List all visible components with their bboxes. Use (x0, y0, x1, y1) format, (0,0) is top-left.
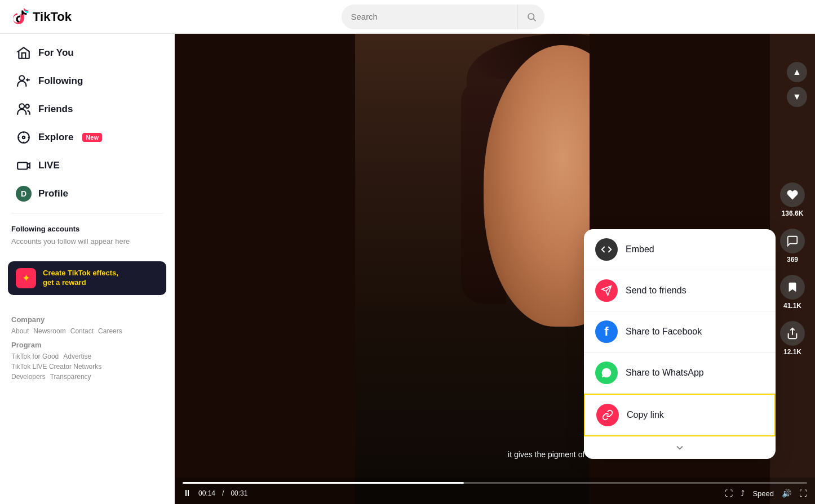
friends-label: Friends (38, 104, 73, 115)
sidebar-divider (11, 213, 163, 213)
share-more-button[interactable] (584, 436, 776, 459)
search-icon (526, 12, 537, 22)
comment-count: 369 (787, 256, 798, 264)
copy-link-label: Copy link (627, 410, 664, 420)
progress-bar-bg[interactable] (183, 482, 807, 484)
video-left-dark (175, 34, 355, 504)
main-content: it gives the pigment of a lipstick ⏸ 00:… (175, 34, 815, 504)
like-count: 136.6K (782, 209, 804, 217)
bookmark-button[interactable]: 41.1K (780, 275, 805, 310)
controls-row: ⏸ 00:14 / 00:31 ⛶ ⤴ Speed 🔊 ⛶ (183, 488, 807, 498)
bookmark-icon (780, 275, 805, 300)
careers-link[interactable]: Careers (98, 327, 122, 335)
share-whatsapp-item[interactable]: Share to WhatsApp (584, 353, 776, 394)
send-friends-icon (595, 279, 618, 302)
svg-point-1 (528, 14, 534, 20)
profile-label: Profile (38, 188, 68, 199)
share-facebook-item[interactable]: f Share to Facebook (584, 311, 776, 353)
svg-point-5 (25, 104, 29, 108)
play-pause-button[interactable]: ⏸ (183, 488, 192, 498)
svg-point-7 (23, 136, 25, 139)
whatsapp-icon (595, 362, 618, 384)
newsroom-link[interactable]: Newsroom (33, 327, 65, 335)
explore-label: Explore (38, 132, 73, 143)
whatsapp-label: Share to WhatsApp (626, 368, 704, 378)
share-control-button[interactable]: ⤴ (741, 489, 745, 498)
following-accounts-section: Following accounts Accounts you follow w… (0, 219, 174, 252)
expand-button[interactable]: ⛶ (725, 489, 733, 498)
time-current: 00:14 (198, 489, 215, 497)
like-button[interactable]: 136.6K (780, 182, 805, 217)
program-links-3: Developers Transparency (11, 373, 163, 381)
tiktok-logo-icon (11, 8, 29, 26)
sidebar-item-profile[interactable]: D Profile (5, 180, 170, 207)
for-you-label: For You (38, 47, 74, 59)
live-label: LIVE (38, 160, 60, 171)
heart-icon (780, 182, 805, 207)
search-input[interactable] (342, 5, 544, 29)
program-links-2: TikTok LIVE Creator Networks (11, 363, 163, 371)
advertise-link[interactable]: Advertise (63, 353, 91, 360)
facebook-label: Share to Facebook (626, 327, 702, 337)
video-controls: ⏸ 00:14 / 00:31 ⛶ ⤴ Speed 🔊 ⛶ (175, 478, 815, 504)
about-link[interactable]: About (11, 327, 29, 335)
progress-bar-fill (183, 482, 464, 484)
tiktok-for-good-link[interactable]: TikTok for Good (11, 353, 59, 360)
copy-link-item[interactable]: Copy link (584, 394, 776, 436)
program-links: TikTok for Good Advertise (11, 353, 163, 360)
following-accounts-desc: Accounts you follow will appear here (11, 237, 163, 247)
video-frame[interactable]: it gives the pigment of a lipstick ⏸ 00:… (175, 34, 815, 504)
sidebar-item-friends[interactable]: Friends (5, 96, 170, 123)
create-effects-banner[interactable]: ✦ Create TikTok effects, get a reward (8, 261, 166, 295)
friends-icon (16, 101, 32, 117)
svg-rect-12 (17, 163, 27, 170)
avatar: D (16, 186, 32, 202)
svg-point-4 (19, 104, 24, 109)
transparency-link[interactable]: Transparency (50, 373, 91, 381)
live-creator-link[interactable]: TikTok LIVE Creator Networks (11, 363, 101, 371)
program-title: Program (11, 341, 163, 349)
sidebar-item-explore[interactable]: Explore New (5, 124, 170, 151)
facebook-icon: f (595, 320, 618, 343)
layout: For You Following (0, 34, 815, 504)
developers-link[interactable]: Developers (11, 373, 46, 381)
right-action-bar: 136.6K 369 41.1K (770, 34, 815, 504)
bookmark-count: 41.1K (783, 302, 801, 310)
following-icon (16, 73, 32, 89)
share-embed-item[interactable]: Embed (584, 229, 776, 270)
embed-icon (595, 238, 618, 261)
time-separator: / (222, 489, 224, 497)
share-friends-item[interactable]: Send to friends (584, 270, 776, 311)
new-badge: New (82, 133, 102, 142)
time-total: 00:31 (231, 489, 247, 497)
share-count: 12.1K (783, 348, 801, 356)
sidebar-item-live[interactable]: LIVE (5, 152, 170, 179)
effects-text: Create TikTok effects, get a reward (43, 269, 118, 288)
effects-icon: ✦ (16, 268, 36, 288)
following-label: Following (38, 75, 83, 87)
search-button[interactable] (517, 5, 544, 29)
share-icon (780, 321, 805, 346)
footer-links: Company About Newsroom Contact Careers P… (0, 304, 174, 389)
company-links: About Newsroom Contact Careers (11, 327, 163, 335)
comment-button[interactable]: 369 (780, 229, 805, 264)
sidebar: For You Following (0, 34, 175, 504)
embed-label: Embed (626, 244, 654, 255)
live-icon (16, 158, 32, 173)
comment-icon (780, 229, 805, 253)
svg-point-6 (18, 132, 29, 143)
share-dropdown: Embed Send to friends f Share to Faceb (584, 229, 776, 459)
logo-text: TikTok (33, 10, 72, 24)
send-friends-label: Send to friends (626, 286, 686, 296)
sidebar-item-for-you[interactable]: For You (5, 39, 170, 66)
sidebar-item-following[interactable]: Following (5, 68, 170, 95)
home-icon (16, 45, 32, 61)
explore-icon (16, 130, 32, 145)
svg-line-2 (533, 19, 535, 21)
following-accounts-title: Following accounts (11, 225, 163, 233)
logo[interactable]: TikTok (11, 8, 72, 26)
header: TikTok (0, 0, 815, 34)
contact-link[interactable]: Contact (70, 327, 94, 335)
svg-point-3 (19, 75, 24, 81)
share-button[interactable]: 12.1K (780, 321, 805, 356)
